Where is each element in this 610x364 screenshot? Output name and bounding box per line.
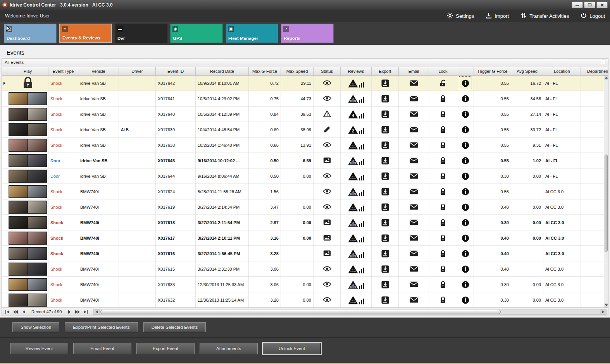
envelope-icon[interactable] (410, 111, 418, 117)
info-focus-box[interactable] (459, 92, 472, 105)
envelope-icon[interactable] (410, 266, 418, 272)
close-button[interactable] (596, 2, 608, 8)
column-header-department[interactable]: Department (581, 67, 608, 75)
horizontal-scrollbar[interactable] (93, 309, 607, 315)
column-header-location[interactable]: Location (543, 67, 581, 75)
column-header-lock[interactable]: Lock (429, 67, 457, 75)
event-thumbnail[interactable] (9, 201, 47, 214)
settings-button[interactable]: Settings (447, 12, 474, 20)
column-header-vehicle[interactable]: Vehicle (78, 67, 119, 75)
lock-closed-icon[interactable] (440, 126, 446, 134)
lock-closed-icon[interactable] (440, 296, 446, 304)
play-cell[interactable] (7, 261, 48, 276)
review-score-icon[interactable]: NOSCORE (348, 172, 364, 180)
info-focus-box[interactable] (459, 201, 472, 214)
play-cell[interactable] (7, 199, 48, 215)
expand-panel-icon[interactable] (601, 60, 605, 65)
envelope-icon[interactable] (410, 173, 418, 179)
lock-closed-icon[interactable] (440, 219, 446, 227)
info-icon[interactable] (462, 296, 469, 304)
envelope-icon[interactable] (410, 251, 418, 256)
column-header-blank[interactable] (457, 67, 474, 75)
column-header-status[interactable]: Status (314, 67, 341, 75)
export-icon[interactable] (381, 141, 389, 149)
info-focus-box[interactable] (459, 232, 472, 245)
column-header-max-g-force[interactable]: Max G-Force (249, 67, 281, 75)
info-icon[interactable] (462, 250, 469, 258)
envelope-icon[interactable] (410, 220, 418, 225)
prev-page-icon[interactable] (12, 309, 19, 315)
envelope-icon[interactable] (410, 96, 418, 101)
column-header-event-id[interactable]: Event ID (156, 67, 196, 75)
lock-closed-icon[interactable] (440, 110, 446, 118)
table-row[interactable]: Shock idrive Van SB X017641 10/5/2014 4:… (2, 91, 608, 106)
play-cell[interactable] (7, 246, 48, 261)
first-record-icon[interactable] (3, 309, 11, 315)
column-header-driver[interactable]: Driver (119, 67, 156, 75)
info-focus-box[interactable] (459, 216, 472, 229)
export-icon[interactable] (381, 110, 389, 118)
info-icon[interactable] (462, 172, 469, 180)
column-header-play[interactable]: Play (7, 67, 48, 75)
play-cell[interactable] (7, 184, 48, 199)
tab-dashboard[interactable]: ▦ Dashboard (4, 24, 57, 43)
envelope-icon[interactable] (410, 158, 418, 163)
lock-closed-icon[interactable] (440, 265, 446, 273)
info-focus-box[interactable] (459, 123, 472, 136)
export-icon[interactable] (381, 234, 389, 242)
review-score-icon[interactable]: NOSCORE (348, 187, 364, 196)
review-event-button[interactable]: Review Event (10, 343, 68, 354)
info-focus-box[interactable] (459, 154, 472, 167)
envelope-icon[interactable] (410, 142, 418, 148)
attachments-button[interactable]: Attachments (200, 343, 258, 354)
review-score-icon[interactable]: NOSCORE (348, 265, 364, 273)
info-icon[interactable] (462, 141, 469, 149)
play-cell[interactable] (7, 122, 48, 137)
info-icon[interactable] (462, 203, 469, 211)
table-row[interactable]: Shock idrive Van SB X017638 10/2/2014 1:… (2, 137, 608, 153)
event-thumbnail[interactable] (9, 108, 47, 121)
info-icon[interactable] (462, 281, 469, 288)
play-cell[interactable] (7, 137, 48, 153)
info-icon[interactable] (462, 219, 469, 227)
column-header-export[interactable]: Export (372, 67, 399, 75)
play-cell[interactable] (7, 277, 48, 292)
export-icon[interactable] (381, 265, 389, 273)
event-thumbnail[interactable] (9, 294, 47, 307)
export-icon[interactable] (381, 126, 389, 134)
info-focus-box[interactable] (459, 170, 472, 183)
review-score-icon[interactable]: NOSCORE (348, 94, 364, 103)
review-score-icon[interactable]: 2 (348, 125, 364, 134)
column-header-avg-speed[interactable]: Avg Speed (511, 67, 543, 75)
envelope-icon[interactable] (410, 282, 418, 287)
unlock-event-button[interactable]: Unlock Event (263, 343, 321, 354)
info-icon[interactable] (462, 126, 469, 134)
play-cell[interactable] (7, 153, 48, 168)
scroll-up-icon[interactable] (604, 76, 608, 80)
lock-closed-icon[interactable] (440, 172, 446, 180)
review-score-icon[interactable]: NOSCORE (348, 79, 364, 88)
info-icon[interactable] (462, 95, 469, 103)
table-row[interactable]: Shock idrive Van SB Al B X017639 10/4/20… (2, 122, 608, 137)
event-thumbnail[interactable] (9, 170, 47, 183)
envelope-icon[interactable] (410, 297, 418, 303)
column-header-max-speed[interactable]: Max Speed (281, 67, 314, 75)
info-focus-box[interactable] (459, 139, 472, 152)
event-thumbnail[interactable] (9, 139, 47, 152)
column-header-email[interactable]: Email (399, 67, 429, 75)
scroll-down-icon[interactable] (604, 303, 608, 307)
play-cell[interactable] (7, 168, 48, 184)
review-score-icon[interactable]: NOSCORE (348, 156, 364, 165)
envelope-icon[interactable] (410, 127, 418, 132)
table-row[interactable]: Shock BMW740i X017616 3/27/2014 1:56:45 … (2, 246, 608, 261)
tab-events-reviews[interactable]: ≡ Events & Reviews (59, 24, 112, 43)
tab-dvr[interactable]: ▬ Dvr (115, 24, 167, 43)
lock-closed-icon[interactable] (440, 188, 446, 196)
envelope-icon[interactable] (410, 189, 418, 194)
info-icon[interactable] (462, 157, 469, 165)
review-score-icon[interactable]: NOSCORE (348, 234, 364, 242)
column-header-trigger-g-force[interactable]: Trigger G-Force (474, 67, 511, 75)
export-icon[interactable] (381, 250, 389, 258)
export-event-button[interactable]: Export Event (136, 343, 195, 354)
scroll-left-icon[interactable] (93, 309, 100, 314)
